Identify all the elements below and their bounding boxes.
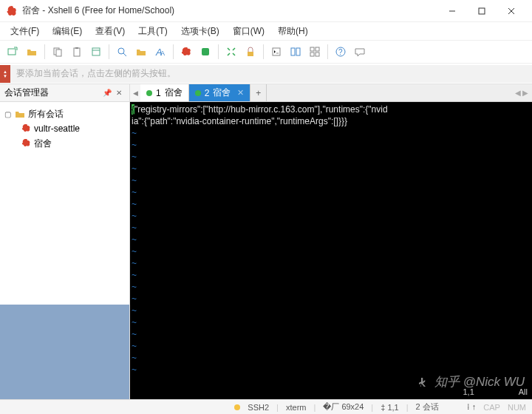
help-icon[interactable]: ?	[332, 44, 349, 60]
font-icon[interactable]: AA	[152, 44, 168, 60]
svg-rect-21	[316, 47, 319, 51]
titlebar: 宿舍 - Xshell 6 (Free for Home/School)	[0, 0, 532, 22]
svg-rect-17	[273, 48, 280, 55]
svg-rect-20	[310, 47, 314, 51]
svg-rect-22	[310, 52, 314, 56]
lock-icon[interactable]	[242, 44, 259, 60]
script-icon[interactable]	[268, 44, 284, 60]
sidebar-close-icon[interactable]: ✕	[113, 87, 125, 99]
svg-rect-6	[56, 50, 61, 56]
terminal-line-2: ia":{"path":"nvidia-container-runtime","…	[132, 115, 531, 127]
session-icon	[21, 138, 31, 149]
open-folder-icon[interactable]	[24, 44, 40, 60]
grid-icon[interactable]	[307, 44, 323, 60]
green-box-icon[interactable]	[197, 44, 214, 60]
session-tree: ▢ 所有会话 vultr-seattle 宿舍	[0, 102, 129, 155]
svg-text:?: ?	[338, 48, 343, 56]
menu-options[interactable]: 选项卡(B)	[175, 24, 225, 39]
tab-label: 宿舍	[213, 86, 231, 99]
svg-rect-19	[296, 48, 300, 55]
tree-root[interactable]: ▢ 所有会话	[3, 106, 126, 121]
close-button[interactable]	[497, 1, 526, 21]
sidebar-header: 会话管理器 📌 ✕	[0, 84, 129, 102]
svg-rect-4	[8, 49, 16, 55]
tab-scroll-left-icon[interactable]: ◀	[130, 84, 140, 101]
tree-item-label: 宿舍	[34, 138, 52, 150]
status-dot-icon	[195, 90, 201, 96]
terminal-line-1: "registry-mirrors":["http://hub-mirror.c…	[134, 104, 388, 115]
svg-rect-7	[74, 48, 80, 56]
status-cap: CAP	[483, 403, 500, 412]
caret-icon[interactable]: ▢	[4, 110, 12, 118]
svg-rect-16	[248, 52, 253, 56]
window-title: 宿舍 - Xshell 6 (Free for Home/School)	[22, 4, 437, 17]
status-bar: SSH2 | xterm | �厂 69x24 | ‡ 1,1 | 2 会话 ⁞…	[0, 399, 532, 414]
app-icon	[6, 5, 18, 17]
session-icon	[21, 123, 31, 134]
sidebar-title: 会话管理器	[4, 86, 49, 99]
status-size: 69x24	[341, 402, 364, 411]
address-field[interactable]: 要添加当前会话，点击左侧的箭头按钮。	[10, 65, 532, 83]
menubar: 文件(F) 编辑(E) 查看(V) 工具(T) 选项卡(B) 窗口(W) 帮助(…	[0, 22, 532, 40]
tab-2[interactable]: 2 宿舍 ✕	[189, 84, 251, 101]
tab-bar: ◀ 1 宿舍 2 宿舍 ✕ + ◀ ▶	[130, 84, 532, 102]
properties-icon[interactable]	[88, 44, 104, 60]
tree-root-label: 所有会话	[28, 108, 64, 121]
maximize-button[interactable]	[467, 1, 497, 21]
terminal[interactable]: {"registry-mirrors":["http://hub-mirror.…	[130, 102, 532, 399]
tab-nav-icon[interactable]: ◀ ▶	[511, 84, 532, 101]
swirl-icon[interactable]	[178, 44, 194, 60]
menu-tools[interactable]: 工具(T)	[132, 24, 173, 39]
menu-file[interactable]: 文件(F)	[4, 24, 45, 39]
tab-index: 1	[156, 88, 161, 98]
svg-rect-15	[202, 48, 209, 55]
svg-rect-8	[75, 47, 78, 49]
session-sidebar: 会话管理器 📌 ✕ ▢ 所有会话 vultr-seattle 宿舍	[0, 84, 130, 399]
folder-icon[interactable]	[133, 44, 149, 60]
new-tab-button[interactable]: +	[250, 84, 267, 101]
tab-index: 2	[205, 88, 210, 98]
tab-close-icon[interactable]: ✕	[237, 88, 244, 98]
tree-item-1[interactable]: 宿舍	[3, 136, 126, 151]
sidebar-preview	[0, 305, 129, 399]
svg-rect-9	[92, 48, 100, 55]
terminal-status: 1,1 All	[130, 386, 532, 398]
copy-icon[interactable]	[50, 44, 66, 60]
tab-1[interactable]: 1 宿舍	[140, 84, 189, 101]
scroll-mode: All	[519, 386, 528, 398]
chat-icon[interactable]	[352, 44, 368, 60]
connection-dot-icon	[234, 404, 240, 410]
tab-label: 宿舍	[165, 86, 183, 99]
cursor-position: 1,1	[463, 386, 474, 398]
svg-point-11	[118, 48, 124, 54]
status-dot-icon	[146, 90, 152, 96]
toolbar: AA ?	[0, 40, 532, 64]
pin-icon[interactable]: 📌	[101, 87, 113, 99]
menu-window[interactable]: 窗口(W)	[227, 24, 270, 39]
tree-item-0[interactable]: vultr-seattle	[3, 121, 126, 136]
tree-item-label: vultr-seattle	[34, 123, 80, 134]
new-session-icon[interactable]	[4, 44, 21, 60]
menu-edit[interactable]: 编辑(E)	[47, 24, 88, 39]
paste-icon[interactable]	[69, 44, 85, 60]
expand-icon[interactable]	[223, 44, 239, 60]
status-cursor: 1,1	[387, 403, 398, 412]
svg-text:A: A	[160, 50, 165, 57]
minimize-button[interactable]	[437, 1, 467, 21]
svg-rect-18	[291, 48, 295, 55]
svg-rect-1	[479, 8, 485, 14]
menu-help[interactable]: 帮助(H)	[272, 24, 314, 39]
menu-view[interactable]: 查看(V)	[89, 24, 131, 39]
address-expand-icon[interactable]: ▲▼	[0, 65, 10, 83]
layout-icon[interactable]	[287, 44, 304, 60]
address-bar: ▲▼ 要添加当前会话，点击左侧的箭头按钮。	[0, 64, 532, 84]
status-term: xterm	[286, 403, 307, 412]
status-num: NUM	[508, 403, 526, 412]
search-icon[interactable]	[114, 44, 130, 60]
svg-line-12	[123, 53, 126, 56]
folder-icon	[15, 109, 25, 119]
status-sessions: 2 会话	[416, 401, 439, 413]
svg-rect-23	[316, 52, 319, 56]
status-proto: SSH2	[248, 403, 269, 412]
